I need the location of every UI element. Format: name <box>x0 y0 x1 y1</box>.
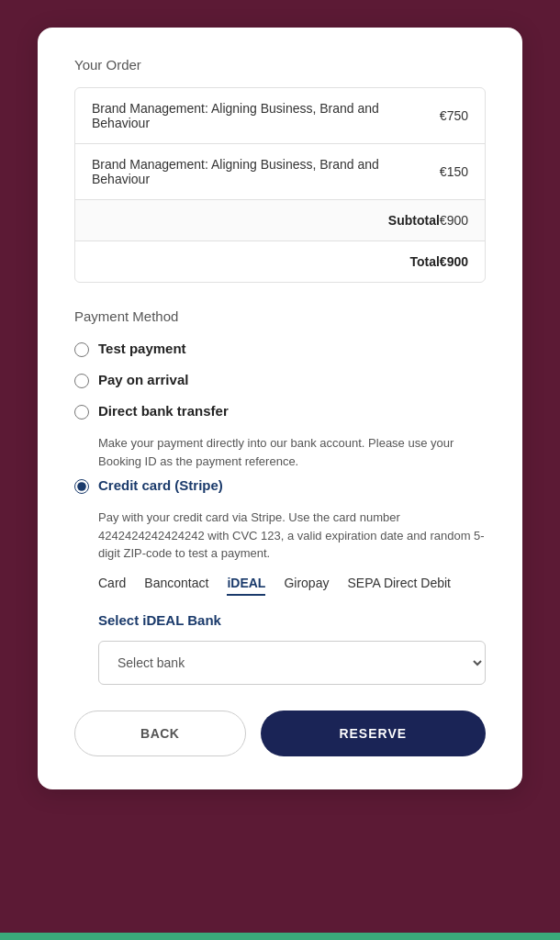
radio-direct-bank-transfer[interactable] <box>74 405 89 420</box>
order-subtotal-row: Subtotal €900 <box>75 200 485 241</box>
stripe-tabs: Card Bancontact iDEAL Giropay SEPA Direc… <box>98 576 486 596</box>
subtotal-label: Subtotal <box>92 213 440 228</box>
radio-direct-bank-transfer-label: Direct bank transfer <box>98 403 229 419</box>
radio-credit-card-stripe[interactable] <box>74 479 89 494</box>
back-button[interactable]: BACK <box>74 711 246 756</box>
stripe-tab-card[interactable]: Card <box>98 576 126 596</box>
total-label: Total <box>92 254 440 269</box>
main-card: Your Order Brand Management: Aligning Bu… <box>38 28 522 789</box>
order-row-2-price: €150 <box>440 164 468 179</box>
stripe-tab-giropay[interactable]: Giropay <box>284 576 329 596</box>
total-value: €900 <box>440 254 468 269</box>
radio-credit-card-stripe-label: Credit card (Stripe) <box>98 477 223 493</box>
radio-option-pay-on-arrival[interactable]: Pay on arrival <box>74 372 486 388</box>
radio-option-direct-bank-transfer[interactable]: Direct bank transfer <box>74 403 486 420</box>
order-section-title: Your Order <box>74 57 486 73</box>
credit-card-stripe-description: Pay with your credit card via Stripe. Us… <box>98 509 486 563</box>
order-row-1: Brand Management: Aligning Business, Bra… <box>75 88 485 144</box>
stripe-tab-bancontact[interactable]: Bancontact <box>144 576 208 596</box>
radio-test-payment[interactable] <box>74 342 89 357</box>
radio-option-test-payment[interactable]: Test payment <box>74 341 486 357</box>
subtotal-value: €900 <box>440 213 468 228</box>
payment-method-title: Payment Method <box>74 308 486 324</box>
ideal-section-title: Select iDEAL Bank <box>98 612 486 628</box>
order-table: Brand Management: Aligning Business, Bra… <box>74 87 486 283</box>
buttons-row: BACK RESERVE <box>74 711 486 756</box>
order-total-row: Total €900 <box>75 241 485 282</box>
stripe-tab-sepa[interactable]: SEPA Direct Debit <box>347 576 451 596</box>
radio-option-credit-card-stripe[interactable]: Credit card (Stripe) <box>74 477 486 494</box>
order-row-2: Brand Management: Aligning Business, Bra… <box>75 144 485 200</box>
radio-pay-on-arrival-label: Pay on arrival <box>98 372 188 387</box>
bottom-bar <box>0 933 560 940</box>
radio-test-payment-label: Test payment <box>98 341 186 356</box>
radio-pay-on-arrival[interactable] <box>74 374 89 388</box>
select-bank-wrapper: Select bank <box>98 641 486 685</box>
select-bank-dropdown[interactable]: Select bank <box>98 641 486 685</box>
order-row-1-label: Brand Management: Aligning Business, Bra… <box>92 101 440 130</box>
order-row-1-price: €750 <box>440 108 468 123</box>
reserve-button[interactable]: RESERVE <box>261 711 487 756</box>
order-row-2-label: Brand Management: Aligning Business, Bra… <box>92 157 440 186</box>
direct-bank-transfer-description: Make your payment directly into our bank… <box>98 434 486 470</box>
stripe-tab-ideal[interactable]: iDEAL <box>227 576 265 596</box>
